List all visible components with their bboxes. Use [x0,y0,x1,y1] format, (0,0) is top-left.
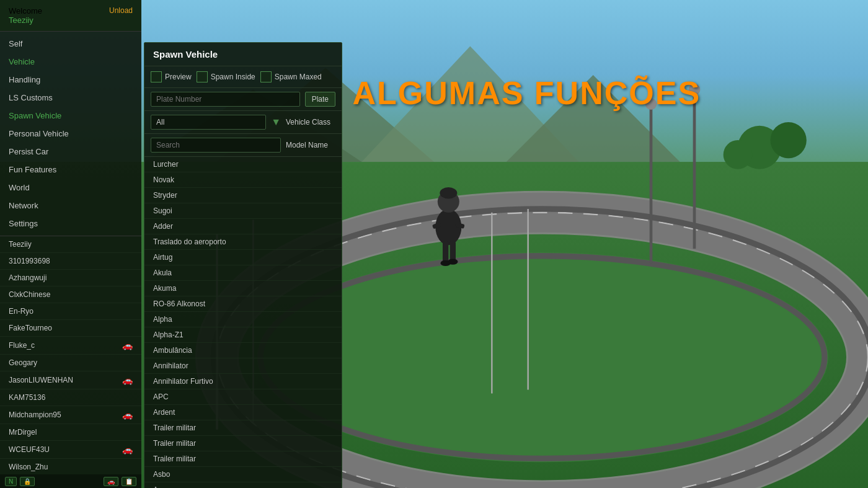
bottom-lock-icon: 🔒 [20,477,35,486]
player-mrdirgel[interactable]: MrDirgel [0,424,141,441]
svg-rect-26 [443,241,448,263]
player-en-ryo[interactable]: En-Ryo [0,303,141,320]
filter-row: All ▼ Vehicle Class [144,111,342,134]
vehicle-item-ro86[interactable]: RO-86 Alkonost [144,296,342,312]
search-input[interactable] [151,138,281,153]
spawn-maxed-toggle-group: Spawn Maxed [260,71,322,82]
bottom-bar: N 🔒 🚗 📋 [0,474,141,488]
player-teeziiy[interactable]: Teeziiy [0,236,141,253]
vehicle-item-ardent[interactable]: Ardent [144,405,342,420]
vehicle-item-annihilator-furtivo[interactable]: Annihilator Furtivo [144,374,342,389]
plate-row: Plate [144,88,342,111]
bottom-clipboard-icon: 📋 [122,477,136,486]
search-row: Model Name [144,134,342,157]
player-jasonliuwenhan[interactable]: JasonLIUWENHAN 🚗 [0,371,141,389]
player-wceuf43u[interactable]: WCEUF43U 🚗 [0,441,141,459]
vehicle-item-annihilator[interactable]: Annihilator [144,358,342,374]
player-name: En-Ryo [9,307,33,316]
vehicle-item-novak[interactable]: Novak [144,172,342,188]
spawn-controls: Preview Spawn Inside Spawn Maxed [144,66,342,88]
vehicle-item-stryder[interactable]: Stryder [144,188,342,203]
player-name: KAM75136 [9,393,45,402]
sidebar-item-vehicle[interactable]: Vehicle [0,53,141,71]
vehicle-item-adder[interactable]: Adder [144,219,342,234]
svg-rect-27 [450,241,456,262]
vehicle-item-alpha-z1[interactable]: Alpha-Z1 [144,327,342,343]
preview-label: Preview [165,73,192,81]
plate-button[interactable]: Plate [305,92,335,107]
unload-button[interactable]: Unload [109,6,133,15]
player-name: 3101993698 [9,257,50,265]
vehicle-icon: 🚗 [122,410,133,420]
player-kam75136[interactable]: KAM75136 [0,389,141,406]
player-3101993698[interactable]: 3101993698 [0,253,141,270]
player-name: MrDirgel [9,428,37,437]
player-clxkchinese[interactable]: ClxkChinese [0,286,141,303]
nav-menu: Self Vehicle Handling LS Customs Spawn V… [0,32,141,236]
vehicle-class-select[interactable]: All [151,115,266,130]
vehicle-class-label: Vehicle Class [286,118,335,126]
player-name: Azhangwuji [9,273,46,282]
player-fluke_c[interactable]: Fluke_c 🚗 [0,337,141,355]
model-name-label: Model Name [286,141,335,149]
player-name: JasonLIUWENHAN [9,376,73,384]
player-name: Midchampion95 [9,410,61,419]
sidebar-item-self[interactable]: Self [0,35,141,53]
player-faketourneo[interactable]: FakeTourneo [0,320,141,337]
sidebar-item-world[interactable]: World [0,179,141,197]
sidebar-item-spawn-vehicle[interactable]: Spawn Vehicle [0,107,141,125]
overlay-text: ← ALGUMAS FUNÇÕES [310,74,701,112]
player-list: Teeziiy 3101993698 Azhangwuji ClxkChines… [0,236,141,488]
preview-checkbox[interactable] [151,71,162,82]
player-midchampion95[interactable]: Midchampion95 🚗 [0,406,141,424]
player-name: ClxkChinese [9,290,50,299]
sidebar-item-network[interactable]: Network [0,197,141,215]
bottom-vehicle-icon: 🚗 [104,477,118,486]
vehicle-item-lurcher[interactable]: Lurcher [144,157,342,172]
vehicle-item-trailer-militar-1[interactable]: Trailer militar [144,420,342,436]
vehicle-item-traslado[interactable]: Traslado do aeroporto [144,234,342,250]
vehicle-item-trailer-militar-2[interactable]: Trailer militar [144,436,342,451]
svg-point-29 [448,259,458,264]
sidebar-item-handling[interactable]: Handling [0,71,141,89]
player-name: WCEUF43U [9,445,50,454]
vehicle-item-trailer-militar-3[interactable]: Trailer militar [144,451,342,467]
spawn-maxed-label: Spawn Maxed [275,73,322,81]
vehicle-item-akuma[interactable]: Akuma [144,281,342,296]
preview-toggle-group: Preview [151,71,192,82]
plate-number-input[interactable] [151,92,300,107]
player-wilson_zhu[interactable]: Wilson_Zhu [0,459,141,476]
dropdown-icon: ▼ [271,117,281,128]
sidebar-item-settings[interactable]: Settings [0,215,141,233]
overlay-label: ALGUMAS FUNÇÕES [353,75,701,111]
bottom-n-icon: N [5,477,17,486]
vehicle-list: Lurcher Novak Stryder Sugoi Adder Trasla… [144,157,342,488]
vehicle-item-ambulancia[interactable]: Ambulância [144,343,342,358]
sidebar-item-ls-customs[interactable]: LS Customs [0,89,141,107]
spawn-panel-title: Spawn Vehicle [144,43,342,66]
spawn-maxed-checkbox[interactable] [260,71,272,82]
vehicle-icon: 🚗 [122,375,133,385]
player-name: Wilson_Zhu [9,463,48,471]
spawn-inside-checkbox[interactable] [197,71,208,82]
welcome-header: Welcome Unload Teeziiy [0,0,141,32]
username-label: Teeziiy [9,16,33,25]
vehicle-item-alpha[interactable]: Alpha [144,312,342,327]
vehicle-icon: 🚗 [122,445,133,455]
player-geogary[interactable]: Geogary [0,355,141,371]
svg-point-22 [724,140,753,169]
sidebar-item-fun-features[interactable]: Fun Features [0,161,141,179]
player-azhangwuji[interactable]: Azhangwuji [0,270,141,286]
vehicle-item-airtug[interactable]: Airtug [144,250,342,265]
vehicle-icon: 🚗 [122,340,133,350]
sidebar-item-persist-car[interactable]: Persist Car [0,143,141,161]
svg-point-21 [771,122,807,158]
vehicle-item-asbo[interactable]: Asbo [144,467,342,482]
vehicle-item-akula[interactable]: Akula [144,265,342,281]
vehicle-item-apc[interactable]: APC [144,389,342,405]
spawn-inside-label: Spawn Inside [211,73,255,81]
vehicle-item-sugoi[interactable]: Sugoi [144,203,342,219]
vehicle-item-asea-1[interactable]: Asea [144,482,342,488]
spawn-vehicle-panel: Spawn Vehicle Preview Spawn Inside Spawn… [144,42,342,488]
sidebar-item-personal-vehicle[interactable]: Personal Vehicle [0,125,141,143]
